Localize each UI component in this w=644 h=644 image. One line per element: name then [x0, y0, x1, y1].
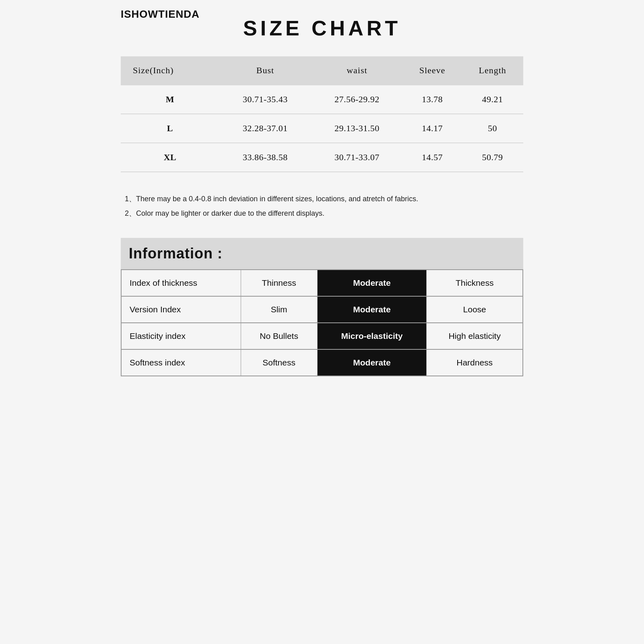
cell-sleeve: 14.57: [403, 143, 462, 172]
info-option: Slim: [241, 296, 317, 323]
cell-waist: 29.13-31.50: [311, 114, 403, 143]
cell-length: 50: [462, 114, 523, 143]
cell-size: M: [121, 85, 219, 114]
info-option: High elasticity: [427, 323, 523, 349]
info-row-label: Index of thickness: [121, 270, 241, 296]
table-header-row: Size(Inch) Bust waist Sleeve Length: [121, 56, 523, 85]
table-row: M 30.71-35.43 27.56-29.92 13.78 49.21: [121, 85, 523, 114]
notes-section: 1、There may be a 0.4-0.8 inch deviation …: [121, 184, 523, 234]
info-row-label: Softness index: [121, 349, 241, 376]
info-option: Micro-elasticity: [317, 323, 427, 349]
size-table: Size(Inch) Bust waist Sleeve Length M 30…: [121, 56, 523, 172]
info-row: Softness indexSoftnessModerateHardness: [121, 349, 523, 376]
info-option: Moderate: [317, 349, 427, 376]
info-row-label: Version Index: [121, 296, 241, 323]
cell-size: L: [121, 114, 219, 143]
info-title: Information :: [129, 245, 223, 262]
info-option: Moderate: [317, 270, 427, 296]
table-row: L 32.28-37.01 29.13-31.50 14.17 50: [121, 114, 523, 143]
info-option: No Bullets: [241, 323, 317, 349]
info-table: Index of thicknessThinnessModerateThickn…: [121, 269, 523, 376]
col-header-sleeve: Sleeve: [403, 56, 462, 85]
col-header-bust: Bust: [219, 56, 311, 85]
cell-size: XL: [121, 143, 219, 172]
cell-waist: 27.56-29.92: [311, 85, 403, 114]
info-option: Thickness: [427, 270, 523, 296]
size-table-wrapper: Size(Inch) Bust waist Sleeve Length M 30…: [121, 56, 523, 172]
col-header-waist: waist: [311, 56, 403, 85]
cell-sleeve: 13.78: [403, 85, 462, 114]
cell-waist: 30.71-33.07: [311, 143, 403, 172]
cell-bust: 33.86-38.58: [219, 143, 311, 172]
cell-sleeve: 14.17: [403, 114, 462, 143]
cell-bust: 30.71-35.43: [219, 85, 311, 114]
page: ISHOWTIENDA SIZE CHART Size(Inch) Bust w…: [109, 0, 535, 427]
info-row-label: Elasticity index: [121, 323, 241, 349]
table-row: XL 33.86-38.58 30.71-33.07 14.57 50.79: [121, 143, 523, 172]
cell-length: 50.79: [462, 143, 523, 172]
note-1: 1、There may be a 0.4-0.8 inch deviation …: [125, 192, 519, 205]
info-row: Index of thicknessThinnessModerateThickn…: [121, 270, 523, 296]
info-row: Version IndexSlimModerateLoose: [121, 296, 523, 323]
info-section: Information : Index of thicknessThinness…: [121, 238, 523, 376]
cell-bust: 32.28-37.01: [219, 114, 311, 143]
brand-logo: ISHOWTIENDA: [121, 8, 200, 21]
cell-length: 49.21: [462, 85, 523, 114]
info-option: Loose: [427, 296, 523, 323]
info-header: Information :: [121, 238, 523, 269]
info-option: Moderate: [317, 296, 427, 323]
info-option: Softness: [241, 349, 317, 376]
note-2: 2、Color may be lighter or darker due to …: [125, 207, 519, 220]
info-option: Hardness: [427, 349, 523, 376]
info-option: Thinness: [241, 270, 317, 296]
col-header-length: Length: [462, 56, 523, 85]
info-row: Elasticity indexNo BulletsMicro-elastici…: [121, 323, 523, 349]
col-header-size: Size(Inch): [121, 56, 219, 85]
